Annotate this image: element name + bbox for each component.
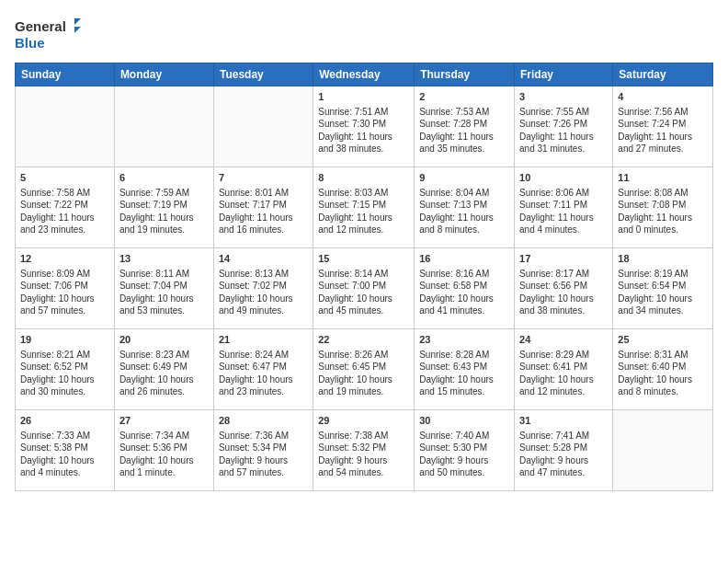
day-number: 6 bbox=[119, 171, 209, 185]
calendar-day-1: 1Sunrise: 7:51 AM Sunset: 7:30 PM Daylig… bbox=[313, 86, 415, 167]
page: General Blue SundayMondayTuesdayWednesda… bbox=[0, 0, 728, 563]
day-info: Sunrise: 7:40 AM Sunset: 5:30 PM Dayligh… bbox=[419, 430, 509, 479]
weekday-header-wednesday: Wednesday bbox=[313, 63, 415, 86]
day-number: 3 bbox=[519, 90, 608, 104]
day-number: 15 bbox=[318, 252, 409, 266]
calendar-day-11: 11Sunrise: 8:08 AM Sunset: 7:08 PM Dayli… bbox=[613, 167, 713, 248]
calendar-day-empty bbox=[114, 86, 213, 167]
calendar-day-23: 23Sunrise: 8:28 AM Sunset: 6:43 PM Dayli… bbox=[415, 329, 515, 410]
day-number: 30 bbox=[419, 414, 509, 428]
calendar-table: SundayMondayTuesdayWednesdayThursdayFrid… bbox=[15, 63, 713, 491]
weekday-header-row: SundayMondayTuesdayWednesdayThursdayFrid… bbox=[16, 63, 713, 86]
day-number: 24 bbox=[519, 333, 608, 347]
calendar-day-30: 30Sunrise: 7:40 AM Sunset: 5:30 PM Dayli… bbox=[415, 410, 515, 491]
day-number: 25 bbox=[618, 333, 708, 347]
day-number: 8 bbox=[318, 171, 409, 185]
day-info: Sunrise: 7:59 AM Sunset: 7:19 PM Dayligh… bbox=[119, 187, 209, 236]
day-number: 21 bbox=[219, 333, 308, 347]
day-number: 27 bbox=[119, 414, 209, 428]
calendar-day-27: 27Sunrise: 7:34 AM Sunset: 5:36 PM Dayli… bbox=[114, 410, 213, 491]
calendar-day-9: 9Sunrise: 8:04 AM Sunset: 7:13 PM Daylig… bbox=[415, 167, 515, 248]
calendar-day-18: 18Sunrise: 8:19 AM Sunset: 6:54 PM Dayli… bbox=[613, 248, 713, 329]
day-info: Sunrise: 8:06 AM Sunset: 7:11 PM Dayligh… bbox=[519, 187, 608, 236]
calendar-week-row: 1Sunrise: 7:51 AM Sunset: 7:30 PM Daylig… bbox=[16, 86, 713, 167]
day-number: 16 bbox=[419, 252, 509, 266]
calendar-day-15: 15Sunrise: 8:14 AM Sunset: 7:00 PM Dayli… bbox=[313, 248, 415, 329]
calendar-day-31: 31Sunrise: 7:41 AM Sunset: 5:28 PM Dayli… bbox=[515, 410, 613, 491]
calendar-day-28: 28Sunrise: 7:36 AM Sunset: 5:34 PM Dayli… bbox=[213, 410, 313, 491]
logo: General Blue bbox=[15, 15, 88, 53]
day-info: Sunrise: 8:29 AM Sunset: 6:41 PM Dayligh… bbox=[519, 349, 608, 398]
calendar-week-row: 5Sunrise: 7:58 AM Sunset: 7:22 PM Daylig… bbox=[16, 167, 713, 248]
calendar-day-empty bbox=[213, 86, 313, 167]
calendar-day-22: 22Sunrise: 8:26 AM Sunset: 6:45 PM Dayli… bbox=[313, 329, 415, 410]
calendar-day-16: 16Sunrise: 8:16 AM Sunset: 6:58 PM Dayli… bbox=[415, 248, 515, 329]
day-info: Sunrise: 8:24 AM Sunset: 6:47 PM Dayligh… bbox=[219, 349, 308, 398]
weekday-header-tuesday: Tuesday bbox=[213, 63, 313, 86]
calendar-day-empty bbox=[16, 86, 115, 167]
calendar-day-24: 24Sunrise: 8:29 AM Sunset: 6:41 PM Dayli… bbox=[515, 329, 613, 410]
calendar-day-12: 12Sunrise: 8:09 AM Sunset: 7:06 PM Dayli… bbox=[16, 248, 115, 329]
day-info: Sunrise: 7:34 AM Sunset: 5:36 PM Dayligh… bbox=[119, 430, 209, 479]
svg-text:Blue: Blue bbox=[15, 35, 45, 51]
day-info: Sunrise: 7:33 AM Sunset: 5:38 PM Dayligh… bbox=[20, 430, 109, 479]
day-info: Sunrise: 8:13 AM Sunset: 7:02 PM Dayligh… bbox=[219, 268, 308, 317]
day-number: 20 bbox=[119, 333, 209, 347]
day-number: 14 bbox=[219, 252, 308, 266]
day-number: 9 bbox=[419, 171, 509, 185]
calendar-day-17: 17Sunrise: 8:17 AM Sunset: 6:56 PM Dayli… bbox=[515, 248, 613, 329]
calendar-day-empty bbox=[613, 410, 713, 491]
day-number: 17 bbox=[519, 252, 608, 266]
day-number: 10 bbox=[519, 171, 608, 185]
day-info: Sunrise: 8:26 AM Sunset: 6:45 PM Dayligh… bbox=[318, 349, 409, 398]
calendar-day-7: 7Sunrise: 8:01 AM Sunset: 7:17 PM Daylig… bbox=[213, 167, 313, 248]
calendar-day-20: 20Sunrise: 8:23 AM Sunset: 6:49 PM Dayli… bbox=[114, 329, 213, 410]
svg-marker-2 bbox=[74, 18, 81, 25]
calendar-week-row: 19Sunrise: 8:21 AM Sunset: 6:52 PM Dayli… bbox=[16, 329, 713, 410]
calendar-day-25: 25Sunrise: 8:31 AM Sunset: 6:40 PM Dayli… bbox=[613, 329, 713, 410]
day-info: Sunrise: 7:56 AM Sunset: 7:24 PM Dayligh… bbox=[618, 106, 708, 155]
calendar-day-3: 3Sunrise: 7:55 AM Sunset: 7:26 PM Daylig… bbox=[515, 86, 613, 167]
day-info: Sunrise: 7:53 AM Sunset: 7:28 PM Dayligh… bbox=[419, 106, 509, 155]
svg-text:General: General bbox=[15, 18, 66, 34]
day-info: Sunrise: 8:01 AM Sunset: 7:17 PM Dayligh… bbox=[219, 187, 308, 236]
day-number: 11 bbox=[618, 171, 708, 185]
calendar-day-29: 29Sunrise: 7:38 AM Sunset: 5:32 PM Dayli… bbox=[313, 410, 415, 491]
day-info: Sunrise: 8:17 AM Sunset: 6:56 PM Dayligh… bbox=[519, 268, 608, 317]
day-number: 31 bbox=[519, 414, 608, 428]
day-info: Sunrise: 8:04 AM Sunset: 7:13 PM Dayligh… bbox=[419, 187, 509, 236]
calendar-day-26: 26Sunrise: 7:33 AM Sunset: 5:38 PM Dayli… bbox=[16, 410, 115, 491]
day-number: 4 bbox=[618, 90, 708, 104]
day-info: Sunrise: 7:38 AM Sunset: 5:32 PM Dayligh… bbox=[318, 430, 409, 479]
day-number: 2 bbox=[419, 90, 509, 104]
day-number: 1 bbox=[318, 90, 409, 104]
day-info: Sunrise: 7:51 AM Sunset: 7:30 PM Dayligh… bbox=[318, 106, 409, 155]
day-number: 23 bbox=[419, 333, 509, 347]
calendar-day-19: 19Sunrise: 8:21 AM Sunset: 6:52 PM Dayli… bbox=[16, 329, 115, 410]
calendar-day-10: 10Sunrise: 8:06 AM Sunset: 7:11 PM Dayli… bbox=[515, 167, 613, 248]
weekday-header-saturday: Saturday bbox=[613, 63, 713, 86]
weekday-header-sunday: Sunday bbox=[16, 63, 115, 86]
day-info: Sunrise: 8:19 AM Sunset: 6:54 PM Dayligh… bbox=[618, 268, 708, 317]
calendar-day-4: 4Sunrise: 7:56 AM Sunset: 7:24 PM Daylig… bbox=[613, 86, 713, 167]
day-info: Sunrise: 7:36 AM Sunset: 5:34 PM Dayligh… bbox=[219, 430, 308, 479]
day-number: 28 bbox=[219, 414, 308, 428]
day-info: Sunrise: 8:23 AM Sunset: 6:49 PM Dayligh… bbox=[119, 349, 209, 398]
day-info: Sunrise: 7:55 AM Sunset: 7:26 PM Dayligh… bbox=[519, 106, 608, 155]
day-info: Sunrise: 8:08 AM Sunset: 7:08 PM Dayligh… bbox=[618, 187, 708, 236]
calendar-day-13: 13Sunrise: 8:11 AM Sunset: 7:04 PM Dayli… bbox=[114, 248, 213, 329]
day-info: Sunrise: 8:03 AM Sunset: 7:15 PM Dayligh… bbox=[318, 187, 409, 236]
day-number: 5 bbox=[20, 171, 109, 185]
day-info: Sunrise: 8:31 AM Sunset: 6:40 PM Dayligh… bbox=[618, 349, 708, 398]
weekday-header-monday: Monday bbox=[114, 63, 213, 86]
day-number: 12 bbox=[20, 252, 109, 266]
header: General Blue bbox=[15, 15, 713, 53]
day-info: Sunrise: 8:11 AM Sunset: 7:04 PM Dayligh… bbox=[119, 268, 209, 317]
svg-marker-3 bbox=[74, 27, 81, 33]
day-info: Sunrise: 8:09 AM Sunset: 7:06 PM Dayligh… bbox=[20, 268, 109, 317]
day-number: 7 bbox=[219, 171, 308, 185]
day-number: 19 bbox=[20, 333, 109, 347]
calendar-day-8: 8Sunrise: 8:03 AM Sunset: 7:15 PM Daylig… bbox=[313, 167, 415, 248]
calendar-day-5: 5Sunrise: 7:58 AM Sunset: 7:22 PM Daylig… bbox=[16, 167, 115, 248]
day-info: Sunrise: 8:14 AM Sunset: 7:00 PM Dayligh… bbox=[318, 268, 409, 317]
